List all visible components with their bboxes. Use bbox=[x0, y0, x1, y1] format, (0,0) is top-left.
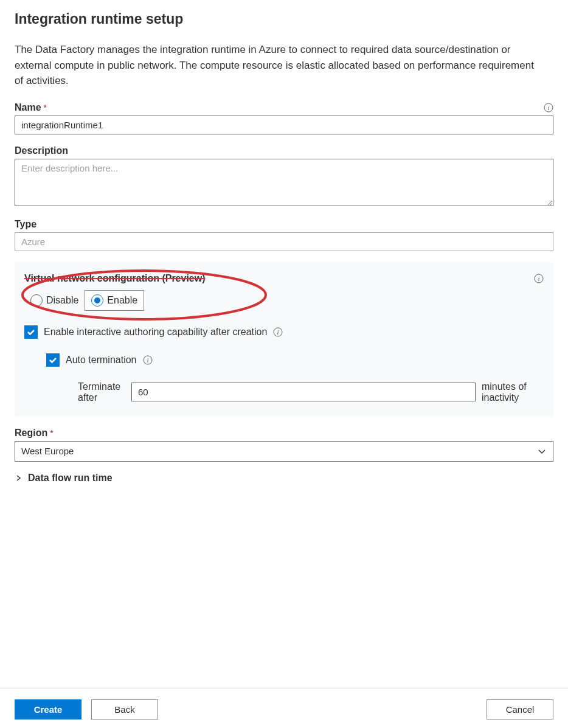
name-label: Name bbox=[15, 102, 41, 113]
radio-unchecked-icon bbox=[30, 294, 43, 307]
terminate-after-input[interactable] bbox=[131, 383, 476, 401]
auto-termination-checkbox[interactable] bbox=[46, 353, 60, 367]
interactive-authoring-checkbox[interactable] bbox=[24, 325, 38, 339]
page-title: Integration runtime setup bbox=[15, 11, 553, 27]
info-icon[interactable]: i bbox=[273, 327, 283, 337]
vnet-enable-radio[interactable]: Enable bbox=[85, 290, 144, 311]
svg-text:i: i bbox=[277, 328, 279, 336]
name-field: Name* i bbox=[15, 102, 553, 134]
terminate-after-unit: minutes of inactivity bbox=[482, 381, 544, 403]
svg-text:i: i bbox=[548, 104, 550, 111]
info-icon[interactable]: i bbox=[534, 274, 544, 283]
back-button[interactable]: Back bbox=[91, 699, 158, 719]
chevron-down-icon bbox=[537, 446, 547, 456]
vnet-title: Virtual network configuration (Preview) bbox=[24, 273, 206, 284]
interactive-authoring-checkbox-row: Enable interactive authoring capability … bbox=[24, 325, 544, 339]
region-label: Region bbox=[15, 428, 47, 438]
create-button[interactable]: Create bbox=[15, 699, 81, 719]
info-icon[interactable]: i bbox=[544, 103, 553, 113]
page-intro: The Data Factory manages the integration… bbox=[15, 42, 544, 89]
auto-termination-label: Auto termination bbox=[66, 355, 137, 366]
type-field: Type Azure bbox=[15, 219, 553, 251]
region-value: West Europe bbox=[21, 446, 74, 456]
vnet-radio-group: Disable Enable bbox=[24, 290, 544, 311]
vnet-section: Virtual network configuration (Preview) … bbox=[15, 262, 553, 417]
type-label: Type bbox=[15, 219, 36, 230]
terminate-after-label: Terminate after bbox=[78, 381, 125, 403]
cancel-button[interactable]: Cancel bbox=[487, 699, 553, 719]
checkmark-icon bbox=[48, 355, 58, 365]
svg-text:i: i bbox=[147, 356, 148, 364]
svg-text:i: i bbox=[538, 275, 540, 282]
name-input[interactable] bbox=[15, 116, 553, 134]
description-label: Description bbox=[15, 145, 68, 156]
footer: Create Back Cancel bbox=[0, 688, 568, 728]
description-input[interactable] bbox=[15, 159, 553, 206]
required-indicator: * bbox=[44, 103, 47, 113]
radio-checked-icon bbox=[91, 294, 103, 307]
vnet-disable-label: Disable bbox=[46, 295, 78, 306]
chevron-right-icon bbox=[15, 474, 22, 482]
type-input: Azure bbox=[15, 232, 553, 251]
region-select[interactable]: West Europe bbox=[15, 441, 553, 462]
auto-termination-checkbox-row: Auto termination i bbox=[46, 353, 544, 367]
description-field: Description bbox=[15, 145, 553, 208]
interactive-authoring-label: Enable interactive authoring capability … bbox=[44, 327, 267, 338]
vnet-disable-radio[interactable]: Disable bbox=[24, 291, 85, 310]
dataflow-label: Data flow run time bbox=[28, 473, 113, 484]
vnet-enable-label: Enable bbox=[107, 295, 137, 306]
checkmark-icon bbox=[26, 327, 36, 337]
dataflow-expander[interactable]: Data flow run time bbox=[15, 473, 553, 484]
region-field: Region* West Europe bbox=[15, 428, 553, 462]
terminate-after-row: Terminate after minutes of inactivity bbox=[78, 381, 544, 403]
required-indicator: * bbox=[50, 428, 53, 438]
info-icon[interactable]: i bbox=[143, 355, 153, 365]
